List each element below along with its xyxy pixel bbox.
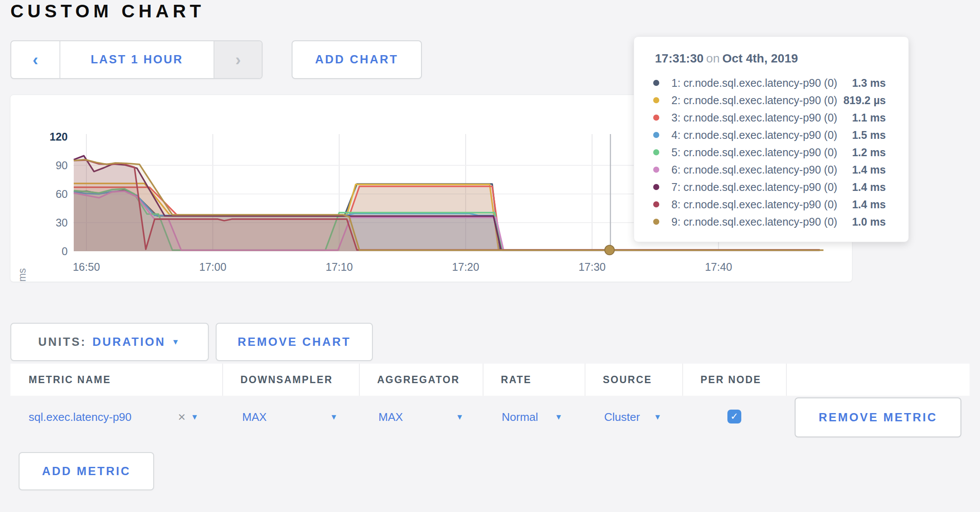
source-select[interactable]: Cluster ▼ bbox=[604, 410, 661, 424]
legend-value: 1.1 ms bbox=[852, 112, 886, 124]
column-divider bbox=[786, 364, 787, 396]
legend-label: 5: cr.node.sql.exec.latency-p90 (0) bbox=[671, 146, 837, 159]
legend-row: 1: cr.node.sql.exec.latency-p90 (0)1.3 m… bbox=[653, 74, 886, 92]
x-tick-label: 17:30 bbox=[562, 261, 622, 273]
clear-metric-x-icon[interactable]: × bbox=[178, 410, 186, 424]
legend-row: 9: cr.node.sql.exec.latency-p90 (0)1.0 m… bbox=[653, 213, 886, 230]
dropdown-arrow-icon: ▼ bbox=[330, 413, 338, 422]
x-tick-label: 17:20 bbox=[435, 261, 496, 273]
column-header-metric-name: METRIC NAME bbox=[29, 374, 111, 386]
legend-dot-icon bbox=[653, 80, 659, 86]
legend-label: 8: cr.node.sql.exec.latency-p90 (0) bbox=[671, 198, 837, 211]
column-divider bbox=[585, 364, 585, 396]
aggregator-value: MAX bbox=[378, 410, 403, 424]
metric-dropdown-arrow-icon[interactable]: ▼ bbox=[191, 413, 199, 422]
metric-name-link[interactable]: sql.exec.latency-p90 bbox=[29, 410, 132, 424]
column-header-aggregator: AGGREGATOR bbox=[377, 374, 460, 386]
tooltip-header: 17:31:30onOct 4th, 2019 bbox=[655, 52, 798, 66]
x-tick-label: 17:40 bbox=[688, 261, 749, 273]
legend-value: 1.4 ms bbox=[852, 198, 886, 211]
legend-value: 1.5 ms bbox=[852, 129, 886, 141]
legend-dot-icon bbox=[653, 201, 659, 207]
metric-name-controls: × ▼ bbox=[178, 410, 198, 424]
x-tick-label: 16:50 bbox=[56, 261, 117, 273]
legend-value: 1.4 ms bbox=[852, 164, 886, 176]
chevron-left-icon: ‹ bbox=[33, 52, 38, 68]
units-label: UNITS: bbox=[38, 335, 86, 349]
units-value: DURATION bbox=[92, 335, 165, 349]
legend-dot-icon bbox=[653, 184, 659, 190]
rate-select[interactable]: Normal ▼ bbox=[502, 410, 562, 424]
dropdown-arrow-icon: ▼ bbox=[654, 413, 661, 422]
column-header-source: SOURCE bbox=[603, 374, 652, 386]
legend-value: 819.2 µs bbox=[843, 94, 886, 107]
legend-value: 1.4 ms bbox=[852, 181, 886, 194]
hover-dot bbox=[605, 245, 614, 255]
chart-tooltip-card: 17:31:30onOct 4th, 2019 1: cr.node.sql.e… bbox=[634, 36, 909, 242]
legend-row: 7: cr.node.sql.exec.latency-p90 (0)1.4 m… bbox=[653, 178, 886, 196]
y-tick-label: 30 bbox=[29, 217, 68, 229]
time-range-selector: ‹ LAST 1 HOUR › bbox=[10, 40, 263, 79]
checkmark-icon: ✓ bbox=[730, 411, 738, 422]
y-tick-label: 120 bbox=[29, 131, 68, 143]
legend-dot-icon bbox=[653, 97, 659, 103]
legend-dot-icon bbox=[653, 167, 659, 173]
tooltip-date: Oct 4th, 2019 bbox=[722, 52, 798, 65]
legend-row: 5: cr.node.sql.exec.latency-p90 (0)1.2 m… bbox=[653, 144, 886, 161]
x-tick-label: 17:10 bbox=[309, 261, 370, 273]
metrics-table-header: METRIC NAMEDOWNSAMPLERAGGREGATORRATESOUR… bbox=[10, 364, 970, 396]
legend-dot-icon bbox=[653, 219, 659, 225]
column-divider bbox=[359, 364, 360, 396]
metric-name-cell: sql.exec.latency-p90 bbox=[29, 410, 132, 424]
per-node-checkbox[interactable]: ✓ bbox=[727, 410, 741, 423]
legend-label: 9: cr.node.sql.exec.latency-p90 (0) bbox=[671, 216, 837, 228]
column-divider bbox=[682, 364, 683, 396]
add-metric-button[interactable]: ADD METRIC bbox=[19, 452, 154, 490]
tooltip-on-word: on bbox=[706, 52, 720, 65]
legend-label: 7: cr.node.sql.exec.latency-p90 (0) bbox=[671, 181, 837, 194]
legend-label: 4: cr.node.sql.exec.latency-p90 (0) bbox=[671, 129, 837, 141]
legend-row: 3: cr.node.sql.exec.latency-p90 (0)1.1 m… bbox=[653, 109, 886, 126]
legend-dot-icon bbox=[653, 149, 659, 155]
remove-chart-button[interactable]: REMOVE CHART bbox=[216, 323, 373, 361]
x-tick-label: 17:00 bbox=[182, 261, 243, 273]
legend-label: 6: cr.node.sql.exec.latency-p90 (0) bbox=[671, 164, 837, 176]
tooltip-legend: 1: cr.node.sql.exec.latency-p90 (0)1.3 m… bbox=[653, 74, 886, 230]
column-header-rate: RATE bbox=[501, 374, 532, 386]
custom-chart-page: { "page": { "title": "CUSTOM CHART" }, "… bbox=[0, 0, 980, 512]
chevron-right-icon: › bbox=[235, 52, 241, 68]
remove-metric-button[interactable]: REMOVE METRIC bbox=[795, 397, 961, 437]
legend-value: 1.0 ms bbox=[852, 216, 886, 228]
add-chart-button[interactable]: ADD CHART bbox=[292, 40, 422, 79]
dropdown-arrow-icon: ▼ bbox=[456, 413, 464, 422]
rate-value: Normal bbox=[502, 410, 538, 424]
column-divider bbox=[483, 364, 483, 396]
legend-dot-icon bbox=[653, 115, 659, 121]
column-header-downsampler: DOWNSAMPLER bbox=[240, 374, 333, 386]
legend-row: 4: cr.node.sql.exec.latency-p90 (0)1.5 m… bbox=[653, 126, 886, 144]
downsampler-value: MAX bbox=[242, 410, 266, 424]
time-range-display[interactable]: LAST 1 HOUR bbox=[59, 41, 214, 78]
page-title: CUSTOM CHART bbox=[10, 1, 205, 22]
y-tick-label: 0 bbox=[29, 245, 68, 258]
legend-label: 2: cr.node.sql.exec.latency-p90 (0) bbox=[671, 94, 837, 107]
time-range-next-button[interactable]: › bbox=[214, 41, 262, 78]
column-header-per-node: PER NODE bbox=[700, 374, 761, 386]
legend-row: 8: cr.node.sql.exec.latency-p90 (0)1.4 m… bbox=[653, 196, 886, 213]
legend-row: 2: cr.node.sql.exec.latency-p90 (0)819.2… bbox=[653, 92, 886, 109]
dropdown-arrow-icon: ▼ bbox=[172, 338, 181, 347]
y-tick-label: 90 bbox=[29, 159, 68, 172]
units-dropdown[interactable]: UNITS: DURATION ▼ bbox=[10, 323, 209, 361]
legend-label: 3: cr.node.sql.exec.latency-p90 (0) bbox=[671, 112, 837, 124]
legend-value: 1.2 ms bbox=[852, 146, 886, 159]
legend-value: 1.3 ms bbox=[852, 77, 886, 89]
aggregator-select[interactable]: MAX ▼ bbox=[378, 410, 464, 424]
legend-row: 6: cr.node.sql.exec.latency-p90 (0)1.4 m… bbox=[653, 161, 886, 178]
dropdown-arrow-icon: ▼ bbox=[555, 413, 562, 422]
downsampler-select[interactable]: MAX ▼ bbox=[242, 410, 338, 424]
y-tick-label: 60 bbox=[29, 188, 68, 200]
legend-label: 1: cr.node.sql.exec.latency-p90 (0) bbox=[671, 77, 837, 89]
legend-dot-icon bbox=[653, 132, 659, 138]
time-range-prev-button[interactable]: ‹ bbox=[11, 41, 59, 78]
tooltip-time: 17:31:30 bbox=[655, 52, 704, 65]
